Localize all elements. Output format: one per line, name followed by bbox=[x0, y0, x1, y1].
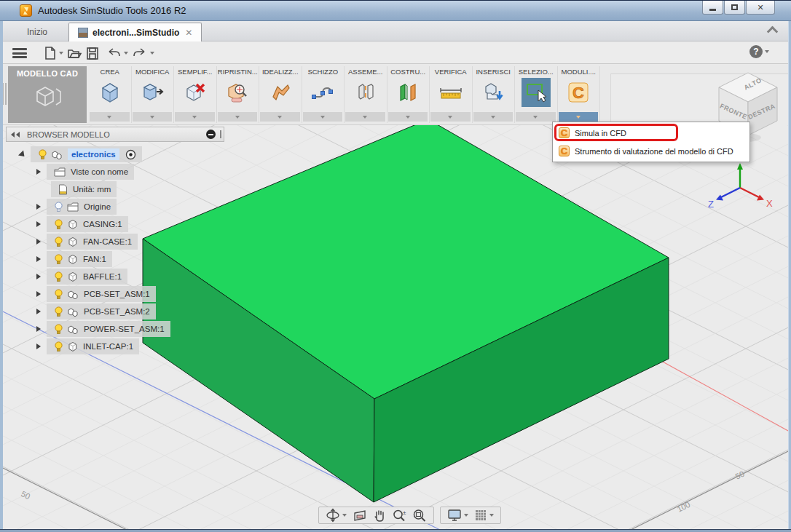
visibility-bulb-icon[interactable] bbox=[54, 289, 63, 300]
new-file-button[interactable] bbox=[44, 45, 63, 61]
tree-row-fan-case[interactable]: FAN-CASE:1 bbox=[36, 234, 138, 250]
menu-item-simula-in-cfd[interactable]: C Simula in CFD bbox=[553, 124, 749, 142]
tree-row-fan[interactable]: FAN:1 bbox=[36, 251, 112, 267]
collapsed-arrow-icon[interactable] bbox=[36, 291, 41, 297]
tree-row-power-set-asm[interactable]: POWER-SET_ASM:1 bbox=[36, 321, 170, 337]
origin-marker-icon[interactable] bbox=[125, 149, 136, 160]
redo-button[interactable] bbox=[132, 45, 154, 61]
ribbon-group-modifica[interactable]: MODIFICA bbox=[132, 66, 175, 123]
visibility-bulb-icon[interactable] bbox=[54, 254, 63, 265]
collapsed-arrow-icon[interactable] bbox=[36, 274, 41, 279]
tree-row-pcb-set-asm-1[interactable]: PCB-SET_ASM:1 bbox=[36, 286, 156, 302]
tree-row-inlet-cap[interactable]: INLET-CAP:1 bbox=[36, 338, 139, 354]
tree-item-label[interactable]: Viste con nome bbox=[71, 167, 128, 176]
tree-row-origine[interactable]: Origine bbox=[36, 199, 117, 215]
collapsed-arrow-icon[interactable] bbox=[36, 221, 41, 227]
ribbon-group-semplifica[interactable]: SEMPLIF... bbox=[174, 66, 217, 123]
look-at-button[interactable] bbox=[353, 509, 367, 522]
tree-item-label[interactable]: FAN:1 bbox=[83, 255, 106, 263]
maximize-button[interactable] bbox=[724, 1, 745, 15]
ribbon-group-moduli[interactable]: MODULI.... C bbox=[558, 66, 601, 123]
collapse-panel-icon[interactable] bbox=[11, 132, 21, 138]
visibility-bulb-icon[interactable] bbox=[54, 237, 63, 247]
collapsed-arrow-icon[interactable] bbox=[36, 309, 41, 314]
tree-item-label[interactable]: FAN-CASE:1 bbox=[83, 237, 132, 246]
tree-row-pcb-set-asm-2[interactable]: PCB-SET_ASM:2 bbox=[36, 303, 156, 319]
ribbon-group-assembla[interactable]: ASSEME... bbox=[345, 66, 387, 123]
open-button[interactable] bbox=[67, 45, 82, 61]
tab-close-icon[interactable]: ✕ bbox=[185, 28, 192, 38]
ribbon-group-seleziona[interactable]: SELEZIO... bbox=[515, 66, 558, 123]
close-button[interactable]: ✕ bbox=[746, 1, 775, 15]
tab-home[interactable]: Inizio bbox=[10, 23, 64, 41]
collapsed-arrow-icon[interactable] bbox=[36, 204, 41, 210]
tree-item-label[interactable]: POWER-SET_ASM:1 bbox=[84, 325, 165, 333]
ribbon-group-schizzo[interactable]: SCHIZZO bbox=[302, 66, 345, 123]
collapsed-arrow-icon[interactable] bbox=[36, 326, 41, 332]
tree-item-label[interactable]: CASING:1 bbox=[83, 220, 122, 229]
tree-item-label[interactable]: Unità: mm bbox=[73, 185, 111, 194]
visibility-bulb-off-icon[interactable] bbox=[54, 202, 63, 213]
grid-settings-button[interactable] bbox=[474, 509, 494, 522]
menu-item-strumento-valutazione[interactable]: C Strumento di valutazione del modello d… bbox=[553, 142, 749, 160]
group-dropdown-strip[interactable] bbox=[345, 112, 385, 122]
group-dropdown-strip[interactable] bbox=[430, 112, 471, 122]
display-style-button[interactable] bbox=[447, 509, 468, 522]
tree-item-label[interactable]: BAFFLE:1 bbox=[83, 272, 122, 281]
undo-button[interactable] bbox=[106, 45, 128, 61]
group-dropdown-strip[interactable] bbox=[260, 112, 300, 122]
tab-modello-cad[interactable]: MODELLO CAD bbox=[8, 66, 87, 123]
tree-row-unita[interactable]: Unità: mm bbox=[51, 181, 117, 197]
group-dropdown-strip[interactable] bbox=[175, 112, 215, 122]
group-dropdown-strip[interactable] bbox=[473, 112, 513, 122]
orbit-button[interactable] bbox=[326, 508, 347, 523]
tree-row-casing[interactable]: CASING:1 bbox=[36, 216, 128, 232]
tree-item-label[interactable]: Origine bbox=[84, 202, 111, 211]
visibility-bulb-icon[interactable] bbox=[54, 219, 63, 230]
tree-row-viste-con-nome[interactable]: Viste con nome bbox=[36, 164, 134, 180]
help-button[interactable]: ? bbox=[749, 45, 769, 58]
tree-item-label[interactable]: PCB-SET_ASM:1 bbox=[84, 290, 150, 298]
group-dropdown-strip[interactable] bbox=[90, 112, 130, 122]
group-dropdown-strip[interactable] bbox=[303, 112, 343, 122]
group-dropdown-strip[interactable] bbox=[218, 112, 258, 122]
collapsed-arrow-icon[interactable] bbox=[36, 169, 41, 175]
ribbon-group-ripristina[interactable]: RIPRISTIN... bbox=[217, 66, 260, 123]
tree-row-electronics[interactable]: electronics bbox=[19, 146, 142, 162]
browser-panel-header[interactable]: BROWSER MODELLO bbox=[6, 127, 224, 142]
group-dropdown-strip[interactable] bbox=[516, 112, 556, 122]
visibility-bulb-icon[interactable] bbox=[54, 306, 63, 317]
pan-button[interactable] bbox=[373, 509, 386, 523]
ribbon-group-crea[interactable]: CREA bbox=[89, 66, 132, 123]
title-bar[interactable]: Autodesk SimStudio Tools 2016 R2 ✕ bbox=[0, 1, 791, 21]
main-menu-button[interactable] bbox=[12, 45, 27, 61]
moduli-dropdown-strip[interactable] bbox=[559, 112, 599, 122]
expanded-arrow-icon[interactable] bbox=[18, 150, 27, 159]
ribbon-group-idealizza[interactable]: IDEALIZZ... bbox=[259, 66, 302, 123]
collapsed-arrow-icon[interactable] bbox=[36, 256, 41, 262]
tree-item-label[interactable]: PCB-SET_ASM:2 bbox=[84, 307, 150, 316]
ribbon-group-costruzione[interactable]: COSTRU... bbox=[387, 66, 430, 123]
tree-row-baffle[interactable]: BAFFLE:1 bbox=[36, 269, 127, 285]
visibility-bulb-icon[interactable] bbox=[54, 324, 63, 335]
collapsed-arrow-icon[interactable] bbox=[36, 239, 41, 245]
zoom-button[interactable]: ± bbox=[392, 509, 406, 523]
visibility-bulb-icon[interactable] bbox=[54, 341, 63, 352]
tab-document[interactable]: electroni...SimStudio ✕ bbox=[68, 23, 202, 41]
panel-resize-grip[interactable] bbox=[220, 130, 221, 138]
tree-item-label[interactable]: electronics bbox=[68, 148, 119, 160]
visibility-bulb-icon[interactable] bbox=[54, 271, 63, 282]
save-button[interactable] bbox=[86, 45, 99, 61]
ribbon-group-verifica[interactable]: VERIFICA bbox=[430, 66, 473, 123]
tree-item-label[interactable]: INLET-CAP:1 bbox=[83, 342, 133, 351]
group-dropdown-strip[interactable] bbox=[133, 112, 173, 122]
ribbon-group-inserisci[interactable]: INSERISCI bbox=[473, 66, 516, 123]
group-dropdown-strip[interactable] bbox=[388, 112, 428, 122]
visibility-bulb-icon[interactable] bbox=[38, 149, 47, 160]
minimize-button[interactable] bbox=[702, 1, 723, 15]
zoom-window-button[interactable] bbox=[412, 509, 427, 523]
tab-collapse-chevron-icon[interactable] bbox=[768, 27, 778, 33]
collapsed-arrow-icon[interactable] bbox=[36, 344, 41, 349]
grid-icon bbox=[474, 509, 487, 522]
minimize-panel-icon[interactable] bbox=[206, 130, 216, 139]
